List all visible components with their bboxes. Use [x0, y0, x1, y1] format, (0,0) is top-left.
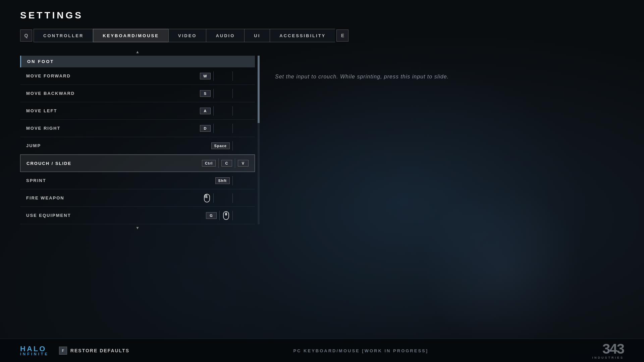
- description-panel: Set the input to crouch. While sprinting…: [275, 56, 624, 224]
- key-bindings: A: [200, 106, 249, 116]
- tab-ui[interactable]: UI: [244, 29, 270, 42]
- table-row[interactable]: MOVE RIGHT D: [20, 120, 255, 137]
- tab-accessibility[interactable]: ACCESSIBILITY: [270, 29, 335, 42]
- key-bindings: Space: [211, 141, 249, 150]
- tab-navigation: Q CONTROLLER KEYBOARD/MOUSE VIDEO AUDIO …: [20, 29, 624, 42]
- scroll-down-indicator: ▼: [136, 226, 140, 230]
- table-row[interactable]: SPRINT Shft: [20, 172, 255, 189]
- section-header-on-foot: ON FOOT: [20, 56, 255, 67]
- content-area: ▲ ON FOOT MOVE FORWARD W MOVE BACKWARD S: [20, 56, 624, 224]
- keybinding-panel: ▲ ON FOOT MOVE FORWARD W MOVE BACKWARD S: [20, 56, 255, 224]
- infinite-logo-text: INFINITE: [20, 352, 49, 356]
- restore-defaults-button[interactable]: F Restore Defaults: [59, 347, 129, 355]
- key-bindings: G: [206, 211, 249, 220]
- table-row[interactable]: JUMP Space: [20, 137, 255, 155]
- bottom-center: PC KEYBOARD/MOUSE [WORK IN PROGRESS]: [129, 348, 592, 354]
- tab-keyboard-mouse[interactable]: KEYBOARD/MOUSE: [93, 29, 168, 42]
- key-bindings: Ctrl C V: [202, 159, 249, 168]
- tab-video[interactable]: VIDEO: [168, 29, 206, 42]
- restore-defaults-label: Restore Defaults: [70, 348, 129, 353]
- key-bindings: [203, 193, 249, 203]
- scrollbar-track[interactable]: [258, 56, 260, 224]
- tab-audio[interactable]: AUDIO: [206, 29, 244, 42]
- table-row[interactable]: MOVE BACKWARD S: [20, 85, 255, 102]
- studios-label: INDUSTRIES: [592, 356, 624, 359]
- key-bindings: S: [200, 89, 249, 98]
- 343-industries-logo: 343 INDUSTRIES: [592, 342, 624, 359]
- studios-number: 343: [592, 342, 624, 356]
- svg-rect-6: [225, 213, 227, 216]
- halo-logo: HALO INFINITE: [20, 345, 49, 356]
- binding-description: Set the input to crouch. While sprinting…: [275, 72, 624, 81]
- key-bindings: D: [200, 124, 249, 133]
- tab-prev-button[interactable]: Q: [20, 29, 32, 42]
- wip-label: PC KEYBOARD/MOUSE [WORK IN PROGRESS]: [293, 348, 428, 353]
- svg-rect-2: [204, 194, 207, 198]
- scroll-up-indicator: ▲: [136, 50, 140, 54]
- scrollbar-thumb[interactable]: [258, 56, 260, 123]
- tab-next-button[interactable]: E: [336, 29, 348, 42]
- page-title: SETTINGS: [20, 10, 624, 21]
- bottom-bar: HALO INFINITE F Restore Defaults PC KEYB…: [0, 339, 644, 362]
- tab-controller[interactable]: CONTROLLER: [34, 29, 93, 42]
- key-bindings: Shft: [215, 176, 249, 185]
- table-row[interactable]: USE EQUIPMENT G: [20, 207, 255, 224]
- key-bindings: W: [200, 71, 249, 81]
- mouse-middle-button-icon: [222, 211, 230, 220]
- table-row[interactable]: MOVE FORWARD W: [20, 67, 255, 85]
- table-row[interactable]: CROUCH / SLIDE Ctrl C V: [20, 155, 255, 172]
- mouse-left-button-icon: [203, 193, 211, 203]
- restore-key-badge: F: [59, 347, 67, 355]
- table-row[interactable]: FIRE WEAPON: [20, 189, 255, 207]
- halo-logo-text: HALO: [20, 345, 46, 353]
- table-row[interactable]: MOVE LEFT A: [20, 102, 255, 120]
